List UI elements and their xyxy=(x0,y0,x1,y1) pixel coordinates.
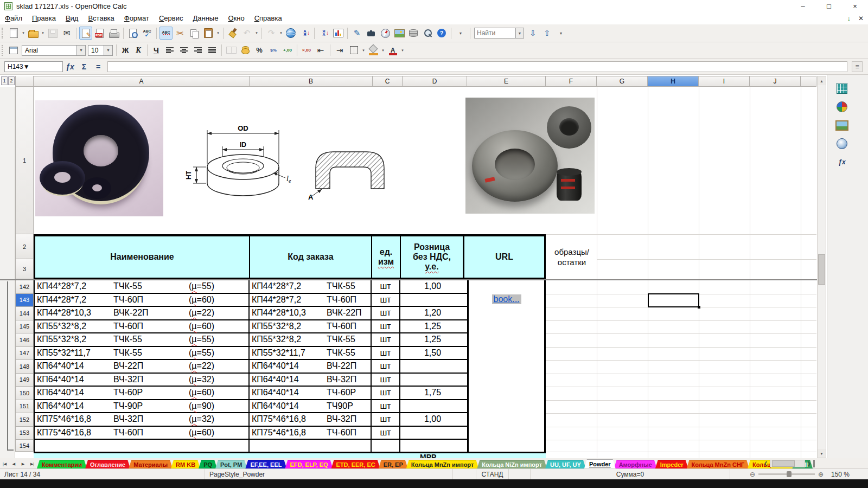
name-cell[interactable]: КП75*46*16,8ТЧ-60П(µ=60) xyxy=(35,427,250,439)
sort-ascending-button[interactable]: АЯ↓ xyxy=(298,27,311,40)
code-cell[interactable]: КП64*40*14ТЧ90Р xyxy=(250,400,372,413)
formula-input[interactable] xyxy=(107,61,847,72)
header-order-code[interactable]: Код заказа xyxy=(250,236,372,278)
sheet-tab-Кольца MnZn импорт[interactable]: Кольца MnZn импорт xyxy=(406,460,479,468)
undo-dropdown-icon[interactable] xyxy=(254,27,259,40)
price-cell[interactable] xyxy=(400,294,465,306)
code-cell[interactable]: КП75*46*16,8ТЧ-60П xyxy=(250,427,372,439)
row-header-147[interactable]: 147 xyxy=(15,347,34,361)
sheet-tab-EF,EE, EEL[interactable]: EF,EE, EEL xyxy=(245,460,286,468)
row-header-148[interactable]: 148 xyxy=(15,360,34,374)
name-cell[interactable]: КП44*28*10,3ВЧК-22П(µ=22) xyxy=(35,307,250,319)
underline-button[interactable]: Ч xyxy=(150,44,162,56)
row-header-152[interactable]: 152 xyxy=(15,413,34,427)
unit-cell[interactable]: шт xyxy=(372,427,400,439)
table-row[interactable]: КП64*40*14ТЧ-60Р(µ=60)КП64*40*14ТЧ-60Ршт… xyxy=(34,387,467,400)
menu-item-7[interactable]: Окно xyxy=(223,13,249,23)
url-column-cell[interactable]: book... xyxy=(467,280,546,452)
select-all-corner[interactable] xyxy=(15,76,34,87)
align-center-button[interactable] xyxy=(177,44,190,57)
row-header-153[interactable]: 153 xyxy=(15,427,34,440)
sheet-tab-Аморфные[interactable]: Аморфные xyxy=(614,460,657,468)
sheet-tab-Материалы[interactable]: Материалы xyxy=(129,460,173,468)
paste-dropdown-icon[interactable] xyxy=(215,27,221,40)
styles-window-button[interactable] xyxy=(7,44,20,57)
code-cell[interactable]: КП55*32*8,2ТЧК-55 xyxy=(250,333,372,346)
code-cell[interactable]: КП75*46*16,8ВЧ-32П xyxy=(250,413,372,426)
tab-scroll-left-icon[interactable]: ❮ xyxy=(762,460,770,468)
sheet-tab-Оглавление[interactable]: Оглавление xyxy=(85,460,130,468)
delete-decimal-button[interactable]: ×,00 xyxy=(300,44,313,57)
vertical-scrollbar[interactable]: ▲ ▼ xyxy=(817,76,826,458)
background-color-dropdown-icon[interactable] xyxy=(380,44,386,57)
zoom-button[interactable] xyxy=(421,27,434,40)
menu-item-0[interactable]: Файл xyxy=(0,13,27,23)
show-draw-functions-button[interactable]: ✎ xyxy=(350,27,363,40)
sheet-tab-ER, EP[interactable]: ER, EP xyxy=(379,460,408,468)
search-box[interactable]: ▼ xyxy=(474,28,524,38)
spellcheck-button[interactable]: ABC✓ xyxy=(141,27,154,40)
find-more-button[interactable]: ▾ xyxy=(554,27,567,40)
unit-cell[interactable]: шт xyxy=(372,320,400,333)
name-cell[interactable]: КП55*32*8,2ТЧ-60П(µ=60) xyxy=(35,320,250,333)
menu-item-5[interactable]: Сервис xyxy=(154,13,188,23)
sidebar-properties-icon[interactable] xyxy=(835,81,849,95)
font-size-combo-dropdown-icon[interactable]: ▼ xyxy=(104,46,112,55)
font-name-combo[interactable]: Arial▼ xyxy=(22,45,86,56)
price-cell[interactable]: 1,20 xyxy=(400,307,465,319)
name-cell[interactable]: КП55*32*11,7ТЧК-55(µ=55) xyxy=(35,347,250,359)
function-wizard-button[interactable]: ƒx xyxy=(63,61,77,73)
menu-item-1[interactable]: Правка xyxy=(27,13,61,23)
table-row[interactable]: КП44*28*7,2ТЧ-60П(µ=60)КП44*28*7,2ТЧ-60П… xyxy=(34,294,467,307)
toolbar-grip[interactable] xyxy=(2,45,4,56)
price-cell[interactable]: 1,00 xyxy=(400,413,465,426)
code-cell[interactable]: КП55*32*8,2ТЧ-60П xyxy=(250,320,372,333)
zoom-slider-thumb[interactable] xyxy=(787,471,792,477)
toolbar-grip[interactable] xyxy=(2,28,4,38)
price-cell[interactable]: 1,25 xyxy=(400,333,465,346)
unit-cell[interactable]: шт xyxy=(372,333,400,346)
book-hyperlink[interactable]: book... xyxy=(492,294,521,304)
code-cell[interactable]: КП64*40*14ВЧ-22П xyxy=(250,360,372,373)
sheet-tab-ETD, EER, EC[interactable]: ETD, EER, EC xyxy=(331,460,380,468)
increase-indent-button[interactable]: ⇥ xyxy=(333,44,346,57)
unit-cell[interactable]: шт xyxy=(372,374,400,386)
price-cell[interactable]: 1,25 xyxy=(400,320,465,333)
row-header-1[interactable]: 1 xyxy=(15,87,34,234)
sum-field[interactable]: Сумма=0 xyxy=(531,469,730,479)
row-header-3[interactable]: 3 xyxy=(15,259,34,279)
insert-chart-button[interactable] xyxy=(331,27,344,40)
price-cell[interactable] xyxy=(400,400,465,413)
number-format-standard-button[interactable]: $% xyxy=(267,44,280,57)
name-cell[interactable]: КП75*46*16,8ВЧ-32П(µ=32) xyxy=(35,413,250,426)
row-header-142[interactable]: 142 xyxy=(15,280,34,294)
column-header-J[interactable]: J xyxy=(750,76,801,87)
new-document-button[interactable] xyxy=(7,27,20,40)
align-left-button[interactable] xyxy=(163,44,176,57)
tab-scroll-right-icon[interactable]: ❯ xyxy=(805,460,813,468)
currency-button[interactable] xyxy=(239,44,252,57)
scroll-up-icon[interactable]: ▲ xyxy=(818,76,826,85)
table-row[interactable]: КП44*28*7,2ТЧК-55(µ=55)КП44*28*7,2ТЧК-55… xyxy=(34,280,467,294)
row-header-150[interactable]: 150 xyxy=(15,387,34,400)
sheet-tab-Impeder[interactable]: Impeder xyxy=(655,460,688,468)
search-dropdown-icon[interactable]: ▼ xyxy=(515,28,524,38)
unit-cell[interactable]: шт xyxy=(372,294,400,306)
name-cell[interactable]: КП55*32*8,2ТЧК-55(µ=55) xyxy=(35,333,250,346)
unit-cell[interactable]: шт xyxy=(372,347,400,359)
name-box-dropdown-icon[interactable]: ▼ xyxy=(23,63,30,70)
outline-level-2-button[interactable]: 2 xyxy=(8,76,15,85)
menu-item-2[interactable]: Вид xyxy=(61,13,84,23)
sheet-tab-Powder[interactable]: Powder xyxy=(584,459,616,468)
price-cell[interactable] xyxy=(400,427,465,439)
column-header-G[interactable]: G xyxy=(597,76,648,87)
function-button[interactable]: = xyxy=(91,61,105,73)
code-cell[interactable]: КП44*28*10,3ВЧК-22П xyxy=(250,307,372,319)
menu-item-6[interactable]: Данные xyxy=(188,13,223,23)
menu-item-3[interactable]: Вставка xyxy=(83,13,119,23)
ferrite-cores-photo[interactable] xyxy=(465,98,595,214)
unit-cell[interactable] xyxy=(372,440,400,452)
toolbar-more-button[interactable]: ▾ xyxy=(454,27,467,40)
sum-button[interactable]: Σ xyxy=(77,61,91,73)
open-dropdown-icon[interactable] xyxy=(40,27,46,40)
